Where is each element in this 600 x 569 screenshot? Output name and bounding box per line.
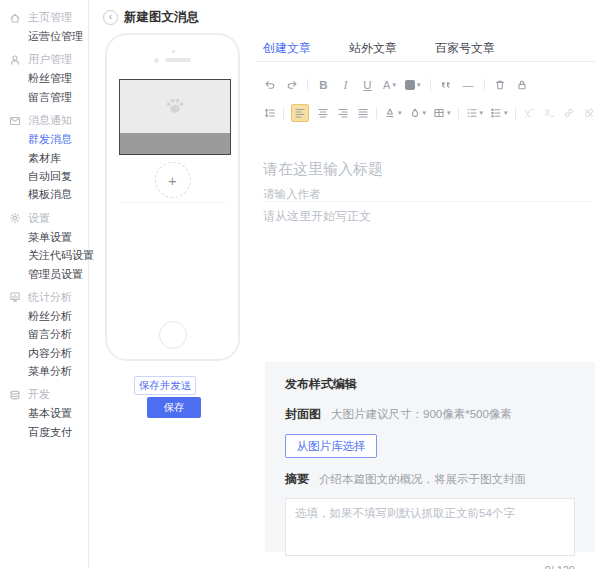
phone-speaker (107, 57, 238, 63)
sidebar-item-fans-analytics[interactable]: 粉丝分析 (0, 307, 88, 325)
sidebar-item-follow-code-settings[interactable]: 关注代码设置 (0, 246, 88, 264)
italic-icon[interactable]: I (339, 76, 352, 94)
sidebar-section-settings: 设置 菜单设置 关注代码设置 管理员设置 (0, 209, 88, 283)
sidebar-header-home: 主页管理 (0, 8, 88, 27)
tab-baijiahao-article[interactable]: 百家号文章 (435, 40, 495, 66)
home-icon (9, 12, 21, 24)
lock-icon[interactable] (516, 76, 529, 94)
publish-panel-title: 发布样式编辑 (285, 376, 575, 393)
save-and-send-button[interactable]: 保存并发送 (134, 376, 196, 395)
font-color-icon[interactable]: A▾ (383, 76, 396, 94)
toolbar-separator (307, 79, 308, 91)
table-icon[interactable]: ▾ (433, 104, 451, 122)
cover-row: 封面图 大图片建议尺寸：900像素*500像素 (285, 406, 575, 423)
align-justify-icon[interactable] (356, 104, 369, 122)
phone-front-camera (154, 58, 159, 63)
sidebar-item-mass-message[interactable]: 群发消息 (0, 130, 88, 148)
article-cover-card[interactable] (119, 79, 231, 155)
sidebar-item-material-library[interactable]: 素材库 (0, 149, 88, 167)
editor-toolbar-row1: B I U A▾ ▾ — (263, 76, 529, 94)
sidebar-item-baidu-pay[interactable]: 百度支付 (0, 423, 88, 441)
sidebar-header-analytics: 统计分析 (0, 288, 88, 307)
page-header: ‹ 新建图文消息 (103, 9, 199, 26)
phone-speaker-bar (165, 58, 191, 62)
sidebar-header-label: 用户管理 (28, 52, 72, 67)
message-icon (9, 115, 21, 127)
sidebar-item-banner-mgmt[interactable]: 运营位管理 (0, 27, 88, 45)
unordered-list-icon[interactable]: ▾ (490, 104, 508, 122)
add-article-button[interactable]: + (155, 162, 191, 198)
superscript-icon (523, 104, 536, 122)
sidebar-item-content-analytics[interactable]: 内容分析 (0, 344, 88, 362)
tab-external-article[interactable]: 站外文章 (349, 40, 397, 66)
sidebar-header-label: 消息通知 (28, 113, 72, 128)
summary-hint: 介绍本篇图文的概况，将展示于图文封面 (319, 472, 526, 487)
phone-divider (119, 202, 226, 203)
unlink-icon (583, 104, 596, 122)
user-icon (9, 54, 21, 66)
author-input[interactable]: 请输入作者 (263, 187, 321, 202)
trash-icon[interactable] (494, 76, 507, 94)
summary-textarea[interactable] (285, 498, 575, 556)
ordered-list-icon[interactable]: ▾ (466, 104, 484, 122)
chart-icon (9, 291, 21, 303)
horizontal-rule-icon[interactable]: — (462, 76, 475, 94)
title-input[interactable]: 请在这里输入标题 (263, 160, 383, 179)
sidebar-item-basic-settings[interactable]: 基本设置 (0, 404, 88, 422)
bold-icon[interactable]: B (317, 76, 330, 94)
sidebar-section-dev: 开发 基本设置 百度支付 (0, 385, 88, 441)
sidebar-item-menu-analytics[interactable]: 菜单分析 (0, 362, 88, 380)
toolbar-separator (484, 79, 485, 91)
sidebar-item-fans-mgmt[interactable]: 粉丝管理 (0, 69, 88, 87)
body-editor[interactable]: 请从这里开始写正文 (263, 208, 371, 225)
new-article-page: 主页管理 运营位管理 用户管理 粉丝管理 留言管理 消息通知 群发消息 素材库 (0, 0, 600, 569)
sidebar-item-admin-settings[interactable]: 管理员设置 (0, 265, 88, 283)
quote-icon[interactable] (440, 76, 453, 94)
toolbar-separator (430, 79, 431, 91)
cover-label: 封面图 (285, 406, 321, 423)
format-paint-icon[interactable]: ▾ (384, 104, 402, 122)
sidebar-header-users: 用户管理 (0, 50, 88, 69)
sidebar: 主页管理 运营位管理 用户管理 粉丝管理 留言管理 消息通知 群发消息 素材库 (0, 0, 89, 569)
link-icon (563, 104, 576, 122)
back-icon[interactable]: ‹ (103, 10, 118, 25)
sidebar-header-label: 统计分析 (28, 290, 72, 305)
sidebar-item-comment-mgmt[interactable]: 留言管理 (0, 88, 88, 106)
sidebar-section-messages: 消息通知 群发消息 素材库 自动回复 模板消息 (0, 111, 88, 204)
tab-create-article[interactable]: 创建文章 (263, 40, 311, 66)
sidebar-header-settings: 设置 (0, 209, 88, 228)
article-tabs: 创建文章 站外文章 百家号文章 (263, 40, 495, 66)
align-center-icon[interactable] (316, 104, 329, 122)
align-left-icon[interactable] (291, 104, 309, 122)
insert-color-icon[interactable]: ▾ (409, 104, 427, 122)
sidebar-item-menu-settings[interactable]: 菜单设置 (0, 228, 88, 246)
save-button[interactable]: 保存 (147, 397, 201, 418)
publish-style-panel: 发布样式编辑 封面图 大图片建议尺寸：900像素*500像素 从图片库选择 摘要… (265, 362, 595, 552)
sidebar-section-analytics: 统计分析 粉丝分析 留言分析 内容分析 菜单分析 (0, 288, 88, 381)
toolbar-separator (283, 107, 284, 119)
sidebar-item-auto-reply[interactable]: 自动回复 (0, 167, 88, 185)
undo-icon[interactable] (263, 76, 276, 94)
sidebar-item-template-message[interactable]: 模板消息 (0, 185, 88, 203)
redo-icon[interactable] (285, 76, 298, 94)
summary-label: 摘要 (285, 471, 309, 488)
cover-image-placeholder (120, 80, 230, 134)
line-height-icon[interactable] (263, 104, 276, 122)
toolbar-separator (515, 107, 516, 119)
phone-home-button (159, 321, 187, 349)
subscript-icon (543, 104, 556, 122)
choose-from-gallery-button[interactable]: 从图片库选择 (285, 434, 377, 458)
dev-icon (9, 389, 21, 401)
phone-camera-dot (172, 50, 175, 53)
sidebar-item-comment-analytics[interactable]: 留言分析 (0, 325, 88, 343)
editor-divider (263, 201, 593, 202)
align-right-icon[interactable] (336, 104, 349, 122)
char-counter: 0/ 120 (285, 564, 575, 569)
sidebar-header-label: 主页管理 (28, 10, 72, 25)
sidebar-header-dev: 开发 (0, 385, 88, 404)
toolbar-separator (458, 107, 459, 119)
underline-icon[interactable]: U (361, 76, 374, 94)
paw-icon (164, 96, 186, 119)
bg-color-icon[interactable]: ▾ (405, 76, 421, 94)
sidebar-section-users: 用户管理 粉丝管理 留言管理 (0, 50, 88, 106)
